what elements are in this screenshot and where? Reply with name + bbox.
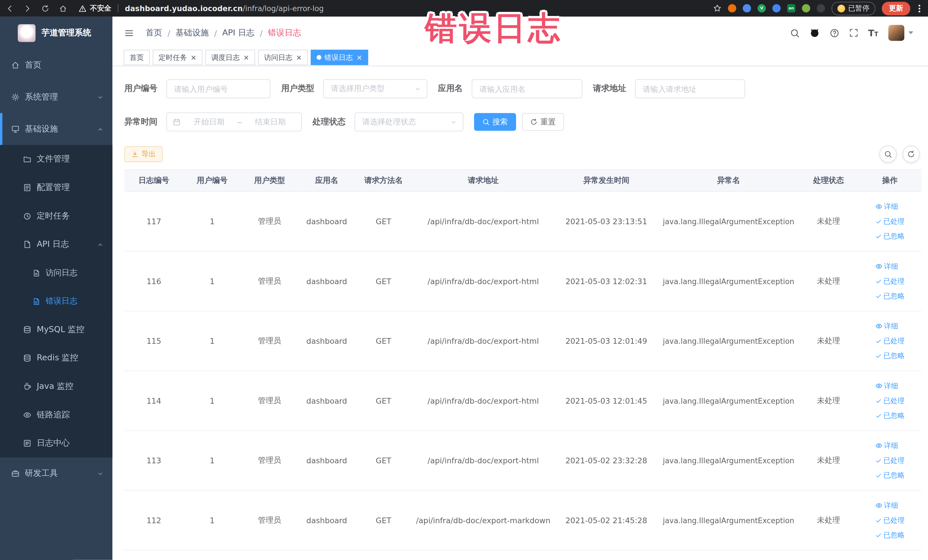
search-button[interactable]: 搜索	[474, 113, 516, 131]
tab-access-log[interactable]: 访问日志×	[258, 50, 308, 65]
extension-green-v-icon[interactable]: V	[758, 4, 766, 12]
forward-icon[interactable]	[24, 5, 31, 12]
sidebar-item-config-management[interactable]: 配置管理	[0, 174, 112, 202]
processed-link[interactable]: 已处理	[875, 274, 905, 289]
close-icon[interactable]: ×	[296, 54, 302, 61]
config-icon	[23, 183, 31, 192]
tab-schedule-log[interactable]: 调度日志×	[205, 50, 255, 65]
user-type-select[interactable]: 请选择用户类型	[323, 79, 427, 98]
sidebar-item-error-log[interactable]: 错误日志	[0, 287, 112, 316]
check-icon	[875, 293, 882, 299]
detail-link[interactable]: 详细	[875, 378, 898, 394]
process-status-select[interactable]: 请选择处理状态	[355, 112, 464, 131]
browser-menu-icon[interactable]	[917, 5, 922, 12]
close-icon[interactable]: ×	[191, 54, 197, 61]
search-icon[interactable]	[790, 28, 799, 38]
end-date-placeholder: 结束日期	[245, 117, 295, 127]
sidebar-item-file-management[interactable]: 文件管理	[0, 145, 112, 174]
sidebar-item-home[interactable]: 首页	[0, 49, 112, 81]
sidebar-item-access-log[interactable]: 访问日志	[0, 259, 112, 287]
app-name-input[interactable]	[472, 79, 582, 98]
close-icon[interactable]: ×	[243, 54, 249, 61]
detail-link[interactable]: 详细	[875, 259, 898, 274]
exception-time-range[interactable]: 开始日期 ~ 结束日期	[166, 112, 302, 131]
fullscreen-icon[interactable]	[849, 29, 858, 37]
breadcrumb-item[interactable]: 首页	[145, 27, 162, 38]
processed-link[interactable]: 已处理	[875, 334, 905, 348]
reset-button[interactable]: 重置	[522, 113, 564, 131]
tab-scheduled-tasks[interactable]: 定时任务×	[153, 50, 202, 65]
filter-label: 请求地址	[593, 84, 626, 94]
back-icon[interactable]	[6, 5, 14, 12]
toggle-search-button[interactable]	[879, 145, 897, 163]
sidebar-item-mysql-monitor[interactable]: MySQL 监控	[0, 316, 112, 344]
sidebar-item-java-monitor[interactable]: Java 监控	[0, 372, 112, 401]
hamburger-icon[interactable]	[121, 28, 137, 38]
close-icon[interactable]: ×	[356, 54, 362, 61]
user-id-input[interactable]	[166, 79, 270, 98]
extension-blue-drop-icon[interactable]	[743, 4, 751, 12]
user-menu[interactable]	[888, 25, 913, 41]
processed-link[interactable]: 已处理	[875, 513, 905, 528]
ignored-link[interactable]: 已忽略	[875, 229, 905, 244]
sidebar-item-system-management[interactable]: 系统管理	[0, 81, 112, 113]
detail-label: 详细	[884, 378, 898, 394]
browser-home-icon[interactable]	[59, 5, 67, 12]
processed-link[interactable]: 已处理	[875, 453, 905, 468]
cell-status: 未处理	[799, 311, 858, 371]
sidebar-item-label: 错误日志	[46, 296, 78, 307]
sidebar-item-redis-monitor[interactable]: Redis 监控	[0, 344, 112, 372]
detail-link[interactable]: 详细	[875, 199, 898, 214]
table-body: 1171管理员dashboardGET/api/infra/db-doc/exp…	[124, 191, 922, 550]
extension-on-badge-icon[interactable]: on	[787, 4, 795, 12]
check-icon	[875, 218, 882, 224]
github-icon[interactable]	[810, 28, 820, 38]
filter-user-type: 用户类型 请选择用户类型	[281, 79, 427, 98]
font-size-icon[interactable]: TT	[868, 27, 878, 38]
ignored-link[interactable]: 已忽略	[875, 408, 905, 423]
detail-link[interactable]: 详细	[875, 498, 898, 513]
tab-error-log[interactable]: 错误日志×	[311, 50, 368, 65]
detail-link[interactable]: 详细	[875, 438, 898, 453]
tab-home[interactable]: 首页	[124, 50, 150, 65]
ignored-link[interactable]: 已忽略	[875, 528, 905, 543]
sidebar-item-log-center[interactable]: 日志中心	[0, 429, 112, 458]
security-indicator[interactable]: 不安全	[79, 3, 111, 13]
refresh-icon	[907, 150, 915, 158]
extension-blue-grid-icon[interactable]	[772, 4, 780, 12]
sidebar-item-scheduled-tasks[interactable]: 定时任务	[0, 202, 112, 230]
export-button[interactable]: 导出	[124, 146, 163, 162]
warning-icon	[79, 5, 87, 12]
paused-badge[interactable]: 已暂停	[832, 2, 876, 15]
bookmark-star-icon[interactable]	[713, 4, 722, 12]
row-actions: 详细已处理已忽略	[875, 378, 905, 423]
gear-icon	[11, 93, 20, 101]
ignored-link[interactable]: 已忽略	[875, 468, 905, 483]
breadcrumb-item[interactable]: API 日志	[222, 27, 255, 38]
ignored-link[interactable]: 已忽略	[875, 348, 905, 363]
extension-orange-icon[interactable]	[728, 4, 736, 12]
reload-icon[interactable]	[41, 5, 49, 12]
sidebar-item-infrastructure[interactable]: 基础设施	[0, 113, 112, 145]
processed-label: 已处理	[883, 334, 905, 348]
breadcrumb-item[interactable]: 基础设施	[176, 27, 209, 38]
app-logo[interactable]: 芋道管理系统	[0, 17, 112, 49]
eye-icon	[875, 442, 882, 449]
refresh-button[interactable]	[903, 145, 920, 163]
detail-link[interactable]: 详细	[875, 319, 898, 334]
help-icon[interactable]	[830, 28, 839, 38]
processed-link[interactable]: 已处理	[875, 214, 905, 229]
sidebar-item-dev-tools[interactable]: 研发工具	[0, 458, 112, 490]
sidebar-item-api-logs[interactable]: API 日志	[0, 230, 112, 259]
extension-dark-icon[interactable]	[817, 4, 825, 12]
processed-link[interactable]: 已处理	[875, 394, 905, 408]
sidebar-item-label: 访问日志	[46, 268, 78, 278]
sidebar-item-trace[interactable]: 链路追踪	[0, 401, 112, 429]
extension-green-icon[interactable]	[802, 4, 810, 12]
ignored-link[interactable]: 已忽略	[875, 288, 905, 303]
address-bar[interactable]: dashboard.yudao.iocoder.cn/infra/log/api…	[125, 4, 324, 12]
update-button[interactable]: 更新	[882, 2, 910, 15]
cell-exception: java.lang.IllegalArgumentException	[658, 490, 799, 550]
request-url-input[interactable]	[635, 79, 745, 98]
divider	[118, 4, 118, 12]
